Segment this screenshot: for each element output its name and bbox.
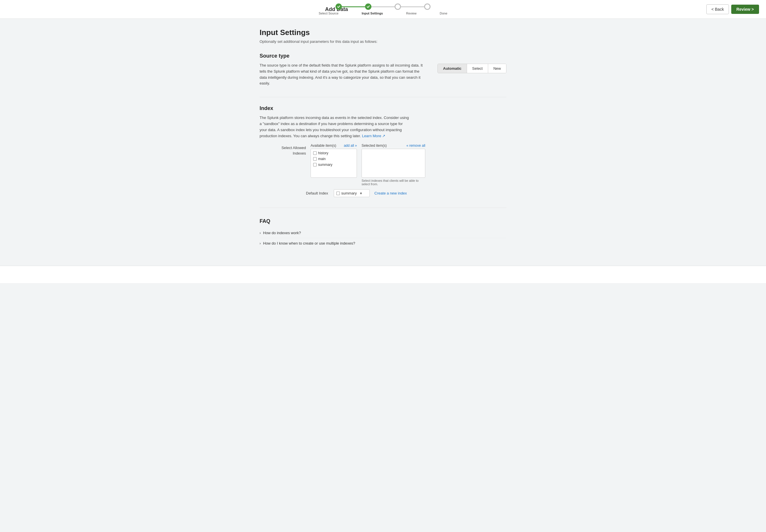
faq-title: FAQ xyxy=(260,218,506,224)
stepper xyxy=(336,3,430,10)
faq-item-label: How do indexes work? xyxy=(263,231,301,235)
review-button[interactable]: Review > xyxy=(731,5,759,14)
list-item[interactable]: history xyxy=(311,150,357,156)
default-index-value: summary xyxy=(341,191,357,195)
faq-item-1[interactable]: › How do indexes work? xyxy=(260,228,506,238)
toggle-automatic[interactable]: Automatic xyxy=(438,64,467,73)
source-type-description: The source type is one of the default fi… xyxy=(260,63,426,87)
step-circle-3 xyxy=(395,3,401,10)
divider-1 xyxy=(260,97,506,97)
source-type-toggle: Automatic Select New xyxy=(437,64,506,73)
create-new-index-link[interactable]: Create a new index xyxy=(374,191,407,195)
available-col: Available item(s) add all » history main… xyxy=(311,144,357,178)
step-circle-4 xyxy=(424,3,430,10)
available-header: Available item(s) add all » xyxy=(311,144,357,148)
step-line-2 xyxy=(371,6,395,7)
available-title: Available item(s) xyxy=(311,144,336,148)
selected-col: Selected item(s) « remove all Select ind… xyxy=(362,144,425,186)
index-icon xyxy=(313,157,317,161)
dropdown-chevron-icon: ▼ xyxy=(359,192,362,195)
back-button[interactable]: < Back xyxy=(706,4,729,14)
top-bar: Add Data Select Source Input Settings Re xyxy=(0,0,766,19)
toggle-new[interactable]: New xyxy=(488,64,506,73)
index-icon xyxy=(313,151,317,155)
faq-item-2[interactable]: › How do I know when to create or use mu… xyxy=(260,238,506,248)
main-content: Input Settings Optionally set additional… xyxy=(253,19,513,266)
chevron-right-icon: › xyxy=(260,241,261,245)
index-description: The Splunk platform stores incoming data… xyxy=(260,115,410,139)
step-circle-2 xyxy=(365,3,371,10)
bottom-bar xyxy=(0,266,766,283)
default-index-row: Default Index summary ▼ Create a new ind… xyxy=(306,189,506,197)
index-icon xyxy=(313,163,317,166)
available-list[interactable]: history main summary xyxy=(311,149,357,178)
source-type-controls: Automatic Select New xyxy=(437,63,506,73)
list-item[interactable]: main xyxy=(311,156,357,162)
nav-buttons: < Back Review > xyxy=(706,4,759,14)
selected-list[interactable] xyxy=(362,149,425,178)
list-item[interactable]: summary xyxy=(311,162,357,168)
step-label-4: Done xyxy=(440,12,447,15)
step-line-3 xyxy=(401,6,424,7)
select-allowed-label: Select AllowedIndexes xyxy=(271,144,306,156)
learn-more-link[interactable]: Learn More ↗ xyxy=(362,134,385,138)
source-type-section: Source type The source type is one of th… xyxy=(260,53,506,87)
step-label-2: Input Settings xyxy=(362,12,383,15)
index-section: Index The Splunk platform stores incomin… xyxy=(260,105,506,197)
list-item-label: history xyxy=(318,151,328,155)
dual-listbox: Select AllowedIndexes Available item(s) … xyxy=(271,144,506,186)
source-type-title: Source type xyxy=(260,53,506,59)
selected-header: Selected item(s) « remove all xyxy=(362,144,425,148)
chevron-right-icon: › xyxy=(260,231,261,235)
toggle-select[interactable]: Select xyxy=(467,64,488,73)
index-title: Index xyxy=(260,105,506,111)
default-index-label: Default Index xyxy=(306,191,329,195)
selected-title: Selected item(s) xyxy=(362,144,387,148)
remove-all-link[interactable]: « remove all xyxy=(406,144,425,148)
page-title: Input Settings xyxy=(260,28,506,37)
add-all-link[interactable]: add all » xyxy=(344,144,357,148)
source-type-body: The source type is one of the default fi… xyxy=(260,63,506,87)
index-icon xyxy=(336,192,340,195)
list-item-label: summary xyxy=(318,163,332,167)
stepper-wrapper: Select Source Input Settings Review Done xyxy=(319,3,447,15)
select-hint: Select indexes that clients will be able… xyxy=(362,179,425,186)
faq-section: FAQ › How do indexes work? › How do I kn… xyxy=(260,218,506,248)
default-index-select[interactable]: summary ▼ xyxy=(334,189,370,197)
faq-item-label: How do I know when to create or use mult… xyxy=(263,241,355,245)
list-item-label: main xyxy=(318,157,326,161)
step-circle-1 xyxy=(336,3,342,10)
page-subtitle: Optionally set additional input paramete… xyxy=(260,39,506,44)
step-label-3: Review xyxy=(406,12,417,15)
